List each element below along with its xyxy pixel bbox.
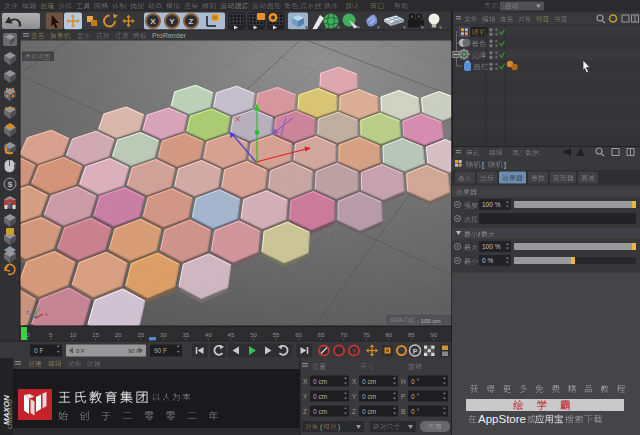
- svg-text:AppStore: AppStore: [478, 413, 526, 425]
- svg-text:Z: Z: [303, 408, 307, 415]
- svg-text:0 %: 0 %: [482, 257, 493, 264]
- svg-text:x: x: [45, 311, 48, 317]
- svg-text:z: z: [26, 309, 29, 315]
- svg-text:/: /: [478, 231, 480, 238]
- svg-text:Z: Z: [189, 17, 194, 26]
- svg-text:]: ]: [504, 161, 506, 169]
- svg-text:20: 20: [115, 332, 122, 338]
- svg-text:P: P: [401, 393, 405, 400]
- svg-text:50: 50: [250, 332, 257, 338]
- svg-text:55: 55: [273, 332, 280, 338]
- svg-text:0 F: 0 F: [34, 347, 43, 354]
- svg-text:85: 85: [408, 332, 415, 338]
- svg-text:Z: Z: [352, 408, 356, 415]
- svg-text:90: 90: [431, 332, 438, 338]
- svg-text:): ): [338, 423, 340, 431]
- svg-text:25: 25: [137, 332, 144, 338]
- svg-text:75: 75: [363, 332, 370, 338]
- svg-text:[: [: [482, 161, 484, 169]
- svg-text:0 cm: 0 cm: [313, 393, 327, 400]
- svg-text:0 °: 0 °: [411, 378, 419, 385]
- svg-text:35: 35: [183, 332, 190, 338]
- svg-text:Y: Y: [352, 393, 357, 400]
- svg-text:0 °: 0 °: [411, 408, 419, 415]
- svg-text:65: 65: [318, 332, 325, 338]
- svg-text:: 100 cm: : 100 cm: [417, 317, 441, 324]
- svg-text:0 F: 0 F: [76, 348, 85, 354]
- svg-text:0 cm: 0 cm: [362, 378, 376, 385]
- svg-text:100 %: 100 %: [482, 201, 501, 208]
- svg-text:15: 15: [92, 332, 99, 338]
- svg-text:10: 10: [70, 332, 77, 338]
- svg-text:40: 40: [205, 332, 212, 338]
- svg-text:45: 45: [228, 332, 235, 338]
- svg-text:X: X: [352, 378, 357, 385]
- svg-text:H: H: [401, 378, 406, 385]
- svg-text:ProRender: ProRender: [152, 32, 187, 39]
- svg-text:X: X: [150, 17, 156, 26]
- svg-text:y: y: [37, 305, 40, 311]
- svg-text:P: P: [413, 348, 418, 355]
- svg-text:Y: Y: [169, 17, 175, 26]
- svg-text:0 °: 0 °: [411, 393, 419, 400]
- svg-text:70: 70: [340, 332, 347, 338]
- svg-text:0 cm: 0 cm: [313, 378, 327, 385]
- svg-text:0 cm: 0 cm: [362, 393, 376, 400]
- svg-text:90 F: 90 F: [154, 347, 167, 354]
- svg-text:30: 30: [160, 332, 167, 338]
- svg-text:0 cm: 0 cm: [313, 408, 327, 415]
- svg-text:0 cm: 0 cm: [362, 408, 376, 415]
- svg-text:90 F: 90 F: [128, 348, 140, 354]
- svg-text:Y: Y: [303, 393, 308, 400]
- svg-text:CINEMA 4D: CINEMA 4D: [7, 399, 13, 429]
- svg-text:?: ?: [352, 348, 356, 355]
- svg-text:B: B: [401, 408, 405, 415]
- svg-text:60: 60: [295, 332, 302, 338]
- svg-text:80: 80: [385, 332, 392, 338]
- svg-text:S: S: [8, 181, 13, 188]
- svg-text:X: X: [303, 378, 308, 385]
- svg-text:100 %: 100 %: [482, 243, 501, 250]
